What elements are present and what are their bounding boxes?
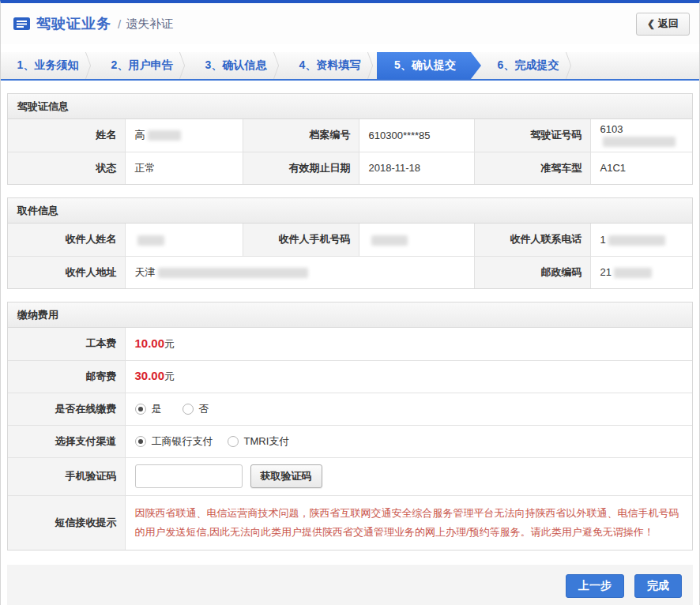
action-bar: 上一步 完成 (7, 565, 693, 605)
recipient-name-value (125, 224, 243, 256)
radio-selected-icon (135, 436, 146, 447)
status-value: 正常 (125, 152, 243, 184)
name-value: 高 (125, 119, 243, 152)
radio-online-no[interactable]: 否 (183, 402, 209, 416)
production-fee-label: 工本费 (8, 328, 125, 360)
expiry-date-label: 有效期止日期 (243, 152, 359, 184)
redacted-text (608, 235, 665, 246)
tab-step-4[interactable]: 4、资料填写 (283, 52, 377, 79)
table-row: 姓名 高 档案编号 610300****85 驾驶证号码 6103 (8, 119, 692, 152)
sms-notice-text: 因陕西省联通、电信运营商技术问题，陕西省互联网交通安全综合服务管理平台无法向持陕… (125, 495, 692, 550)
redacted-text (603, 137, 676, 147)
section-pickup-info: 取件信息 收件人姓名 收件人手机号码 收件人联系电话 1 收件人地址 天津 邮政… (7, 197, 693, 289)
postcode-label: 邮政编码 (474, 256, 590, 288)
breadcrumb-current: 遗失补证 (126, 17, 173, 32)
sms-code-input[interactable] (135, 464, 243, 488)
recipient-mobile-value (359, 224, 474, 256)
status-label: 状态 (8, 152, 125, 184)
table-row: 收件人地址 天津 邮政编码 21 (8, 256, 692, 288)
breadcrumb-separator: / (118, 17, 121, 31)
expiry-date-value: 2018-11-18 (359, 152, 474, 184)
chevron-left-icon: ❮ (647, 18, 655, 29)
table-row: 手机验证码 获取验证码 (8, 457, 692, 495)
recipient-address-value: 天津 (125, 256, 474, 288)
get-sms-code-button[interactable]: 获取验证码 (250, 464, 322, 488)
section-license-title: 驾驶证信息 (8, 94, 692, 119)
redacted-text (158, 268, 308, 278)
recipient-phone-value: 1 (590, 224, 692, 256)
main-content: 驾驶证信息 姓名 高 档案编号 610300****85 驾驶证号码 6103 … (1, 81, 699, 551)
online-payment-label: 是否在线缴费 (8, 393, 125, 425)
pickup-info-table: 收件人姓名 收件人手机号码 收件人联系电话 1 收件人地址 天津 邮政编码 21 (8, 224, 692, 288)
tab-step-3-label: 3、确认信息 (205, 58, 267, 73)
postage-fee-value: 30.00元 (125, 360, 692, 393)
radio-channel-tmri[interactable]: TMRI支付 (228, 434, 290, 449)
table-row: 是否在线缴费 是 否 (8, 393, 692, 425)
tab-step-3[interactable]: 3、确认信息 (189, 52, 283, 79)
license-number-value: 6103 (590, 119, 692, 152)
section-license-info: 驾驶证信息 姓名 高 档案编号 610300****85 驾驶证号码 6103 … (7, 93, 693, 185)
postage-fee-unit: 元 (164, 370, 175, 382)
section-payment-title: 缴纳费用 (8, 302, 692, 328)
production-fee-value: 10.00元 (125, 328, 692, 360)
online-payment-options: 是 否 (125, 393, 692, 425)
radio-unselected-icon (183, 404, 194, 415)
tab-step-6-label: 6、完成提交 (498, 58, 559, 73)
archive-number-value: 610300****85 (359, 119, 474, 152)
recipient-address-label: 收件人地址 (8, 256, 125, 288)
license-number-label: 驾驶证号码 (474, 119, 590, 152)
license-card-icon (13, 17, 30, 30)
back-button[interactable]: ❮ 返回 (636, 13, 690, 36)
recipient-mobile-label: 收件人手机号码 (243, 224, 359, 256)
section-pickup-title: 取件信息 (8, 198, 692, 224)
redacted-text (137, 235, 164, 246)
radio-channel-icbc-label: 工商银行支付 (152, 434, 213, 449)
postage-fee-label: 邮寄费 (8, 360, 125, 393)
radio-unselected-icon (228, 436, 239, 447)
production-fee-amount: 10.00 (135, 336, 165, 350)
payment-channel-label: 选择支付渠道 (8, 425, 125, 457)
redacted-text (614, 268, 652, 278)
table-row: 邮寄费 30.00元 (8, 360, 692, 393)
page-title: 驾驶证业务 (36, 14, 111, 33)
sms-code-cell: 获取验证码 (125, 457, 692, 495)
finish-button[interactable]: 完成 (634, 574, 682, 598)
payment-table: 工本费 10.00元 邮寄费 30.00元 是否在线缴费 是 否 (8, 328, 692, 550)
archive-number-label: 档案编号 (243, 119, 359, 152)
radio-online-yes[interactable]: 是 (135, 402, 162, 416)
name-label: 姓名 (8, 119, 125, 152)
postcode-value: 21 (590, 256, 692, 288)
tab-step-2[interactable]: 2、用户申告 (95, 52, 189, 79)
previous-step-button[interactable]: 上一步 (566, 574, 624, 598)
tab-step-6[interactable]: 6、完成提交 (481, 52, 575, 79)
vehicle-class-value: A1C1 (590, 152, 692, 184)
sms-code-label: 手机验证码 (8, 457, 125, 495)
radio-online-no-label: 否 (199, 402, 209, 416)
radio-channel-tmri-label: TMRI支付 (244, 434, 290, 449)
vehicle-class-label: 准驾车型 (474, 152, 590, 184)
tab-step-5-active[interactable]: 5、确认提交 (377, 52, 481, 79)
step-tabs: 1、业务须知 2、用户申告 3、确认信息 4、资料填写 5、确认提交 6、完成提… (1, 52, 699, 81)
table-row: 收件人姓名 收件人手机号码 收件人联系电话 1 (8, 224, 692, 256)
recipient-name-label: 收件人姓名 (8, 224, 125, 256)
table-row: 选择支付渠道 工商银行支付 TMRI支付 (8, 425, 692, 457)
sms-notice-label: 短信接收提示 (8, 495, 125, 550)
tab-step-1[interactable]: 1、业务须知 (1, 52, 95, 79)
license-info-table: 姓名 高 档案编号 610300****85 驾驶证号码 6103 状态 正常 … (8, 119, 692, 184)
table-row: 状态 正常 有效期止日期 2018-11-18 准驾车型 A1C1 (8, 152, 692, 184)
redacted-text (371, 235, 408, 246)
postage-fee-amount: 30.00 (135, 369, 165, 382)
payment-channel-options: 工商银行支付 TMRI支付 (125, 425, 692, 457)
tab-step-2-label: 2、用户申告 (111, 58, 173, 73)
redacted-text (148, 130, 181, 141)
radio-online-yes-label: 是 (152, 402, 162, 416)
table-row: 工本费 10.00元 (8, 328, 692, 360)
page-header: 驾驶证业务 / 遗失补证 ❮ 返回 (1, 3, 699, 44)
tab-step-4-label: 4、资料填写 (299, 58, 361, 73)
section-payment: 缴纳费用 工本费 10.00元 邮寄费 30.00元 是否在线缴费 是 否 (7, 302, 693, 551)
radio-channel-icbc[interactable]: 工商银行支付 (135, 434, 213, 449)
radio-selected-icon (135, 404, 146, 415)
tab-step-5-label: 5、确认提交 (394, 58, 456, 73)
table-row: 短信接收提示 因陕西省联通、电信运营商技术问题，陕西省互联网交通安全综合服务管理… (8, 495, 692, 550)
back-button-label: 返回 (658, 17, 679, 31)
